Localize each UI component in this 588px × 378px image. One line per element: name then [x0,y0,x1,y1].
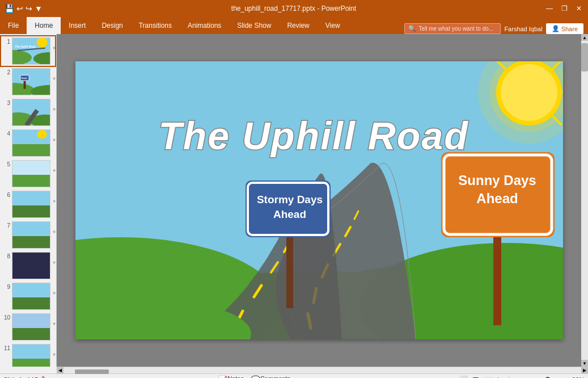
restore-button[interactable]: ❐ [560,4,569,13]
tab-file[interactable]: File [0,17,27,34]
zoom-out-icon[interactable]: − [514,376,517,379]
window-controls: — ❐ ✕ [545,4,583,13]
scroll-thumb[interactable] [581,43,588,72]
tell-me-search[interactable]: 🔍 Tell me what you want to do... [404,23,501,34]
comments-label[interactable]: Comments [260,375,290,379]
notes-icon[interactable]: 📝 [218,375,227,379]
svg-text:Road: Road [22,77,27,79]
zoom-level[interactable]: 90% [569,376,585,379]
close-button[interactable]: ✕ [574,4,583,13]
tab-insert[interactable]: Insert [61,17,94,34]
scroll-right-arrow[interactable]: ▶ [581,367,588,373]
bottom-scrollbar: ◀ ▶ [57,367,588,373]
svg-point-16 [37,130,47,138]
main-area: 1 The Uphill Road ★ 2 [0,34,588,367]
svg-point-27 [501,64,557,121]
svg-text:Ahead: Ahead [476,191,518,206]
slide-item-10[interactable]: 10 ★ [1,312,55,342]
tab-design[interactable]: Design [94,17,130,34]
slide-item-5[interactable]: 5 ★ [1,159,55,188]
slide-item-11[interactable]: 11 ★ [1,343,55,367]
slide-thumb-7 [12,221,50,249]
slide-thumb-8 [12,252,50,279]
tab-animations[interactable]: Animations [180,17,229,34]
svg-text:Sunny Days: Sunny Days [458,173,536,188]
undo-icon[interactable]: ↩ [16,4,23,13]
notes-label[interactable]: Notes [227,375,244,379]
status-left: Slide 1 of 15 ✏️ [3,376,50,379]
slide-thumb-3 [12,99,50,126]
scroll-track [64,368,581,373]
svg-text:Ahead: Ahead [273,208,306,220]
quick-access-toolbar: 💾 ↩ ↪ ▼ [5,4,43,13]
slide-thumb-2: Road [12,68,50,95]
h-scroll-thumb[interactable] [75,369,109,374]
scroll-down-arrow[interactable]: ▼ [581,360,588,367]
slide-thumb-5 [12,160,50,187]
redo-icon[interactable]: ↪ [26,4,32,13]
save-icon[interactable]: 💾 [5,4,14,13]
scroll-left-arrow[interactable]: ◀ [57,367,64,373]
slide-item-2[interactable]: 2 Road ★ [1,67,55,96]
slide-item-9[interactable]: 9 ★ [1,282,55,311]
divider [509,376,509,379]
svg-text:The Uphill Road: The Uphill Road [158,114,469,157]
share-button[interactable]: 👤 Share [546,23,583,34]
tab-transitions[interactable]: Transitions [131,17,180,34]
svg-rect-44 [286,234,293,308]
status-bar: Slide 1 of 15 ✏️ 📝 Notes 💬 Comments ⬜ ⊞ … [0,373,588,378]
slide-thumb-4 [12,129,50,157]
minimize-button[interactable]: — [545,4,554,13]
search-icon: 🔍 [408,25,416,32]
normal-view-icon[interactable]: ⬜ [458,375,468,379]
slideshow-icon[interactable]: ▶ [498,375,504,379]
accessibility-icon[interactable]: ✏️ [41,376,50,379]
status-middle: 📝 Notes 💬 Comments [50,375,458,379]
slide-item-7[interactable]: 7 ★ [1,220,55,250]
right-scrollbar: ▲ ▼ [581,34,588,367]
slide-canvas[interactable]: Stormy Days Ahead Sunny Days Ahead The U… [75,61,563,339]
person-icon: 👤 [552,25,560,32]
slide-thumb-11 [12,344,50,367]
tab-slideshow[interactable]: Slide Show [229,17,279,34]
tab-home[interactable]: Home [27,17,61,34]
tab-view[interactable]: View [318,17,348,34]
slide-sorter-icon[interactable]: ⊞ [472,375,479,379]
scroll-up-arrow[interactable]: ▲ [581,34,588,41]
slide-panel[interactable]: 1 The Uphill Road ★ 2 [0,34,57,367]
search-placeholder-text: Tell me what you want to do... [418,26,493,32]
status-right: ⬜ ⊞ 📖 ▶ − + 90% [458,375,585,379]
slide-item-1[interactable]: 1 The Uphill Road ★ [1,36,55,66]
ribbon-tabs: File Home Insert Design Transitions Anim… [0,17,588,34]
slide-item-3[interactable]: 3 ★ [1,98,55,127]
zoom-in-icon[interactable]: + [561,376,564,379]
svg-text:Stormy Days: Stormy Days [256,194,322,205]
window-title: the_uphill_road_17717.pptx - PowerPoint [43,5,545,12]
svg-text:The Uphill Road: The Uphill Road [15,45,35,48]
slide-thumb-9 [12,283,50,310]
slide-item-4[interactable]: 4 ★ [1,128,55,158]
canvas-area: Stormy Days Ahead Sunny Days Ahead The U… [57,34,581,367]
user-name: Farshad Iqbal [504,26,542,32]
slide-info: Slide 1 of 15 [3,376,38,379]
slide-thumb-1: The Uphill Road [12,37,50,65]
slide-thumb-6 [12,191,50,218]
slide-item-6[interactable]: 6 ★ [1,190,55,219]
slide-item-8[interactable]: 8 ★ [1,251,55,280]
reading-view-icon[interactable]: 📖 [484,375,493,379]
svg-rect-49 [493,234,501,325]
comments-icon[interactable]: 💬 [251,375,260,379]
title-bar: 💾 ↩ ↪ ▼ the_uphill_road_17717.pptx - Pow… [0,0,588,17]
slide-thumb-10 [12,313,50,341]
tab-review[interactable]: Review [279,17,317,34]
customize-icon[interactable]: ▼ [35,4,43,13]
